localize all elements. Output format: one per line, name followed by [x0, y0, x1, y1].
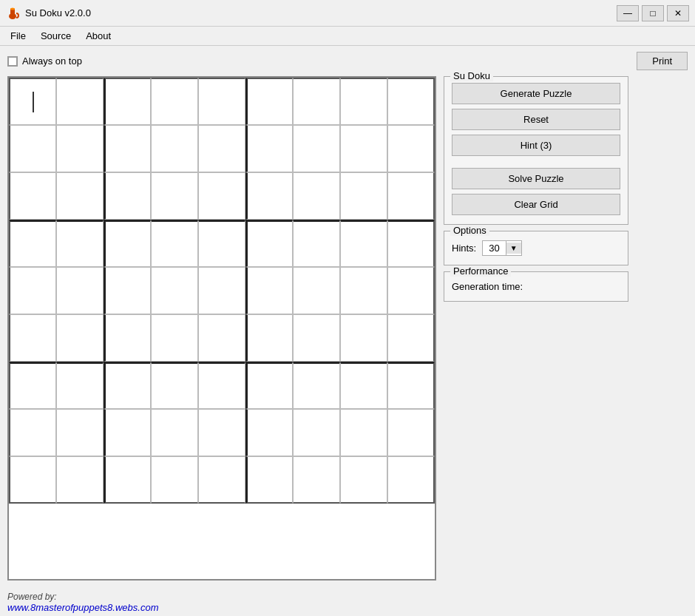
- minimize-button[interactable]: —: [617, 5, 639, 21]
- cell-r5-c7[interactable]: [293, 267, 340, 314]
- cell-r8-c2[interactable]: [56, 409, 104, 456]
- cell-r3-c2[interactable]: [56, 172, 104, 220]
- cell-r9-c7[interactable]: [293, 456, 340, 504]
- cell-r5-c3[interactable]: [104, 267, 151, 314]
- cell-r7-c7[interactable]: [293, 362, 340, 409]
- cell-r4-c3[interactable]: [104, 220, 151, 267]
- cell-r5-c6[interactable]: [245, 267, 293, 314]
- cell-r4-c6[interactable]: [245, 220, 293, 267]
- cell-r8-c5[interactable]: [198, 409, 245, 456]
- cell-r6-c3[interactable]: [104, 314, 151, 362]
- title-bar-left: Su Doku v2.0.0: [6, 6, 91, 21]
- svg-point-2: [10, 7, 15, 10]
- cell-r7-c6[interactable]: [245, 362, 293, 409]
- cell-r1-c7[interactable]: [293, 78, 340, 125]
- menu-about[interactable]: About: [78, 29, 118, 43]
- cell-r7-c4[interactable]: [151, 362, 198, 409]
- cell-r9-c6[interactable]: [245, 456, 293, 504]
- cell-r7-c1[interactable]: [9, 362, 56, 409]
- cell-r3-c7[interactable]: [293, 172, 340, 220]
- cell-r6-c1[interactable]: [9, 314, 56, 362]
- cell-r3-c6[interactable]: [245, 172, 293, 220]
- cell-r2-c7[interactable]: [293, 125, 340, 172]
- cell-r5-c4[interactable]: [151, 267, 198, 314]
- cell-r9-c2[interactable]: [56, 456, 104, 504]
- cell-r3-c1[interactable]: [9, 172, 56, 220]
- cell-r2-c5[interactable]: [198, 125, 245, 172]
- clear-grid-button[interactable]: Clear Grid: [452, 194, 620, 215]
- cell-r5-c8[interactable]: [340, 267, 387, 314]
- cell-r1-c3[interactable]: [104, 78, 151, 125]
- cell-r4-c5[interactable]: [198, 220, 245, 267]
- menu-source[interactable]: Source: [33, 29, 78, 43]
- cell-r7-c2[interactable]: [56, 362, 104, 409]
- cell-r6-c5[interactable]: [198, 314, 245, 362]
- cell-r9-c9[interactable]: [387, 456, 435, 504]
- cell-r4-c9[interactable]: [387, 220, 435, 267]
- cell-r1-c2[interactable]: [56, 78, 104, 125]
- cell-r1-c1[interactable]: [9, 78, 56, 125]
- cell-r1-c5[interactable]: [198, 78, 245, 125]
- hints-dropdown-button[interactable]: ▼: [506, 243, 521, 254]
- cell-r4-c7[interactable]: [293, 220, 340, 267]
- cell-r5-c1[interactable]: [9, 267, 56, 314]
- cell-r9-c5[interactable]: [198, 456, 245, 504]
- cell-r2-c9[interactable]: [387, 125, 435, 172]
- cell-r8-c1[interactable]: [9, 409, 56, 456]
- cell-r1-c8[interactable]: [340, 78, 387, 125]
- cell-r2-c3[interactable]: [104, 125, 151, 172]
- restore-button[interactable]: □: [642, 5, 664, 21]
- cell-r9-c1[interactable]: [9, 456, 56, 504]
- cell-r8-c9[interactable]: [387, 409, 435, 456]
- cell-r4-c8[interactable]: [340, 220, 387, 267]
- cell-r7-c9[interactable]: [387, 362, 435, 409]
- always-on-top-checkbox[interactable]: [7, 56, 18, 67]
- cell-r1-c9[interactable]: [387, 78, 435, 125]
- cell-r8-c7[interactable]: [293, 409, 340, 456]
- cell-r3-c5[interactable]: [198, 172, 245, 220]
- cell-r6-c9[interactable]: [387, 314, 435, 362]
- cell-r1-c6[interactable]: [245, 78, 293, 125]
- cell-r3-c4[interactable]: [151, 172, 198, 220]
- cell-r5-c5[interactable]: [198, 267, 245, 314]
- cell-r8-c3[interactable]: [104, 409, 151, 456]
- menu-file[interactable]: File: [3, 29, 33, 43]
- cell-r6-c7[interactable]: [293, 314, 340, 362]
- cell-r9-c3[interactable]: [104, 456, 151, 504]
- cell-r4-c4[interactable]: [151, 220, 198, 267]
- cell-r2-c2[interactable]: [56, 125, 104, 172]
- cell-r3-c9[interactable]: [387, 172, 435, 220]
- cell-r8-c8[interactable]: [340, 409, 387, 456]
- cell-r7-c3[interactable]: [104, 362, 151, 409]
- cell-r6-c8[interactable]: [340, 314, 387, 362]
- solve-puzzle-button[interactable]: Solve Puzzle: [452, 168, 620, 189]
- cell-r8-c4[interactable]: [151, 409, 198, 456]
- cell-r3-c8[interactable]: [340, 172, 387, 220]
- cell-r9-c4[interactable]: [151, 456, 198, 504]
- hints-value[interactable]: 30: [483, 241, 506, 255]
- cell-r1-c4[interactable]: [151, 78, 198, 125]
- cell-r6-c6[interactable]: [245, 314, 293, 362]
- cell-r7-c8[interactable]: [340, 362, 387, 409]
- cell-r5-c9[interactable]: [387, 267, 435, 314]
- close-button[interactable]: ✕: [667, 5, 689, 21]
- cell-r7-c5[interactable]: [198, 362, 245, 409]
- cell-r6-c2[interactable]: [56, 314, 104, 362]
- cell-r6-c4[interactable]: [151, 314, 198, 362]
- cell-r8-c6[interactable]: [245, 409, 293, 456]
- cell-r2-c1[interactable]: [9, 125, 56, 172]
- cell-r9-c8[interactable]: [340, 456, 387, 504]
- cell-r2-c4[interactable]: [151, 125, 198, 172]
- cell-r2-c6[interactable]: [245, 125, 293, 172]
- generate-puzzle-button[interactable]: Generate Puzzle: [452, 83, 620, 104]
- hint-button[interactable]: Hint (3): [452, 135, 620, 156]
- reset-button[interactable]: Reset: [452, 109, 620, 130]
- cell-r5-c2[interactable]: [56, 267, 104, 314]
- print-button[interactable]: Print: [637, 52, 688, 70]
- cell-r2-c8[interactable]: [340, 125, 387, 172]
- footer-link[interactable]: www.8masterofpuppets8.webs.com: [7, 602, 158, 613]
- hints-label: Hints:: [452, 243, 476, 254]
- cell-r3-c3[interactable]: [104, 172, 151, 220]
- cell-r4-c2[interactable]: [56, 220, 104, 267]
- cell-r4-c1[interactable]: [9, 220, 56, 267]
